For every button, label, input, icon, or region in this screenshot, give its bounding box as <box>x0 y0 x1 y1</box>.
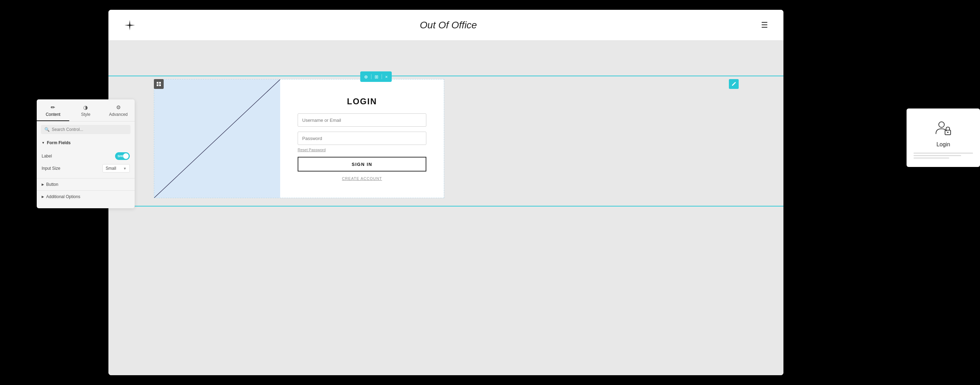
content-line-3 <box>913 158 949 158</box>
left-panel: ✏ Content ◑ Style ⚙ Advanced 🔍 ▼ Form Fi… <box>37 99 135 208</box>
content-tab-label: Content <box>46 112 60 117</box>
logo-icon <box>124 19 136 31</box>
svg-rect-1 <box>159 82 161 84</box>
form-fields-label: Form Fields <box>47 141 71 145</box>
form-fields-chevron: ▼ <box>41 141 45 145</box>
button-section-chevron: ▶ <box>41 183 44 186</box>
style-tab-label: Style <box>81 112 91 117</box>
input-size-row: Input Size Small ▼ <box>41 162 130 175</box>
search-icon: 🔍 <box>45 127 50 132</box>
main-content-area: ⊕ ⊞ × <box>108 41 783 375</box>
advanced-tab-label: Advanced <box>109 112 128 117</box>
move-icon[interactable]: ⊕ <box>363 74 369 80</box>
style-tab-icon: ◑ <box>83 104 88 110</box>
toggle-knob <box>123 153 129 159</box>
svg-point-7 <box>947 132 948 133</box>
tab-advanced[interactable]: ⚙ Advanced <box>102 99 135 121</box>
password-input[interactable] <box>298 132 426 145</box>
right-card-content-lines <box>913 153 973 158</box>
additional-options-chevron: ▶ <box>41 195 44 198</box>
right-card-label: Login <box>936 141 950 148</box>
content-line-1 <box>913 153 973 153</box>
form-fields-section-header[interactable]: ▼ Form Fields <box>37 137 135 148</box>
login-form-side: LOGIN Reset Password SIGN IN CREATE ACCO… <box>280 80 444 198</box>
login-image-placeholder <box>154 80 280 198</box>
input-size-value: Small <box>106 166 116 171</box>
grid-icon[interactable]: ⊞ <box>374 74 379 80</box>
tab-content[interactable]: ✏ Content <box>37 99 69 121</box>
login-card-icon <box>934 119 952 136</box>
content-line-2 <box>913 155 961 156</box>
widget-edit-button[interactable] <box>729 79 739 89</box>
button-section-header[interactable]: ▶ Button <box>37 178 135 190</box>
login-title: LOGIN <box>347 97 377 106</box>
button-section-label: Button <box>46 182 59 187</box>
select-arrow-icon: ▼ <box>123 166 127 171</box>
create-account-link[interactable]: CREATE ACCOUNT <box>342 176 382 181</box>
toolbar-divider-2 <box>382 74 382 79</box>
right-login-card: Login <box>907 109 980 167</box>
svg-rect-0 <box>157 82 158 84</box>
svg-line-4 <box>154 80 280 198</box>
username-input[interactable] <box>298 113 426 127</box>
login-widget: LOGIN Reset Password SIGN IN CREATE ACCO… <box>154 79 444 198</box>
widget-toolbar[interactable]: ⊕ ⊞ × <box>360 71 392 82</box>
svg-rect-2 <box>157 85 158 86</box>
input-size-select[interactable]: Small ▼ <box>102 164 130 173</box>
additional-options-section-header[interactable]: ▶ Additional Options <box>37 190 135 203</box>
canvas-wrapper: Out Of Office ☰ ⊕ ⊞ × <box>108 10 783 375</box>
selection-outline-top <box>108 76 783 76</box>
label-row: Label SHOW <box>41 150 130 162</box>
input-size-label: Input Size <box>41 166 60 171</box>
reset-password-link[interactable]: Reset Password <box>298 148 326 152</box>
label-toggle[interactable]: SHOW <box>115 152 130 160</box>
close-icon[interactable]: × <box>384 74 389 80</box>
search-input[interactable] <box>52 127 127 132</box>
menu-icon[interactable]: ☰ <box>761 21 768 30</box>
search-bar: 🔍 <box>41 125 130 134</box>
tab-style[interactable]: ◑ Style <box>69 99 102 121</box>
sign-in-button[interactable]: SIGN IN <box>298 157 426 171</box>
widget-block-icon[interactable] <box>154 79 164 89</box>
form-fields-section-content: Label SHOW Input Size Small ▼ <box>37 148 135 178</box>
label-field-label: Label <box>41 153 52 158</box>
additional-options-label: Additional Options <box>46 194 80 199</box>
page-title: Out Of Office <box>420 19 477 31</box>
svg-rect-3 <box>159 85 161 86</box>
svg-point-5 <box>939 122 944 128</box>
toolbar-divider <box>371 74 371 79</box>
advanced-tab-icon: ⚙ <box>116 104 121 110</box>
selection-outline-bottom <box>108 206 783 206</box>
content-tab-icon: ✏ <box>51 104 55 110</box>
navbar: Out Of Office ☰ <box>108 10 783 41</box>
panel-tabs: ✏ Content ◑ Style ⚙ Advanced <box>37 99 135 121</box>
